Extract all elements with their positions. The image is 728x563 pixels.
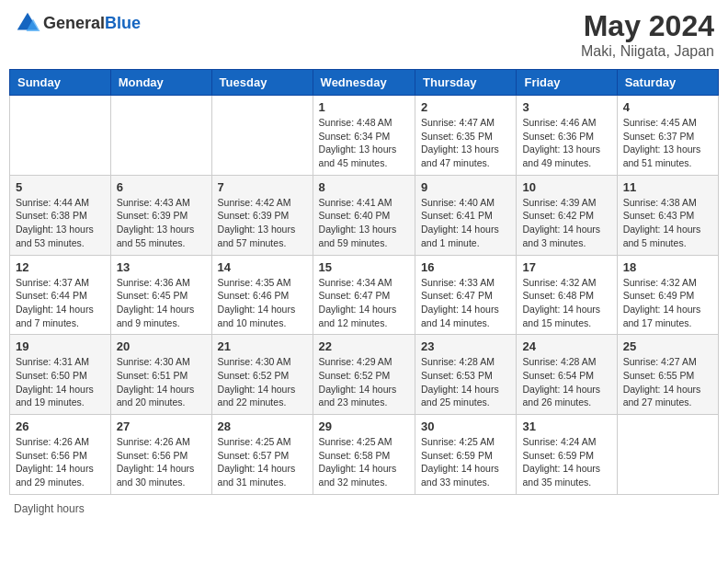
day-info: Sunrise: 4:28 AM Sunset: 6:53 PM Dayligh…	[421, 355, 510, 409]
logo-icon	[14, 9, 41, 37]
calendar-cell: 12Sunrise: 4:37 AM Sunset: 6:44 PM Dayli…	[10, 255, 111, 335]
calendar-cell: 15Sunrise: 4:34 AM Sunset: 6:47 PM Dayli…	[313, 255, 415, 335]
calendar-cell: 28Sunrise: 4:25 AM Sunset: 6:57 PM Dayli…	[211, 415, 313, 495]
day-number: 29	[319, 419, 409, 433]
day-number: 5	[16, 180, 105, 194]
calendar-cell	[10, 96, 111, 176]
day-number: 8	[319, 180, 409, 194]
calendar-cell: 5Sunrise: 4:44 AM Sunset: 6:38 PM Daylig…	[10, 175, 111, 255]
day-number: 12	[16, 260, 105, 274]
calendar-cell: 24Sunrise: 4:28 AM Sunset: 6:54 PM Dayli…	[517, 335, 617, 415]
col-monday: Monday	[110, 70, 211, 96]
day-number: 25	[623, 339, 712, 353]
day-number: 2	[421, 100, 510, 114]
calendar-cell: 17Sunrise: 4:32 AM Sunset: 6:48 PM Dayli…	[517, 255, 617, 335]
logo-blue-text: Blue	[105, 14, 141, 32]
day-info: Sunrise: 4:46 AM Sunset: 6:36 PM Dayligh…	[522, 116, 610, 170]
day-number: 10	[522, 180, 610, 194]
day-info: Sunrise: 4:40 AM Sunset: 6:41 PM Dayligh…	[421, 196, 510, 250]
calendar-cell: 27Sunrise: 4:26 AM Sunset: 6:56 PM Dayli…	[110, 415, 211, 495]
logo: GeneralBlue	[14, 9, 141, 37]
calendar-cell: 13Sunrise: 4:36 AM Sunset: 6:45 PM Dayli…	[110, 255, 211, 335]
day-info: Sunrise: 4:45 AM Sunset: 6:37 PM Dayligh…	[623, 116, 712, 170]
calendar-cell: 11Sunrise: 4:38 AM Sunset: 6:43 PM Dayli…	[617, 175, 718, 255]
calendar-cell: 18Sunrise: 4:32 AM Sunset: 6:49 PM Dayli…	[617, 255, 718, 335]
calendar-cell: 22Sunrise: 4:29 AM Sunset: 6:52 PM Dayli…	[313, 335, 415, 415]
calendar-cell: 8Sunrise: 4:41 AM Sunset: 6:40 PM Daylig…	[313, 175, 415, 255]
calendar-cell: 14Sunrise: 4:35 AM Sunset: 6:46 PM Dayli…	[211, 255, 313, 335]
day-info: Sunrise: 4:31 AM Sunset: 6:50 PM Dayligh…	[16, 355, 105, 409]
col-thursday: Thursday	[415, 70, 517, 96]
footer: Daylight hours	[9, 502, 719, 515]
day-info: Sunrise: 4:26 AM Sunset: 6:56 PM Dayligh…	[16, 435, 105, 489]
col-wednesday: Wednesday	[313, 70, 415, 96]
day-info: Sunrise: 4:30 AM Sunset: 6:52 PM Dayligh…	[218, 355, 307, 409]
day-info: Sunrise: 4:44 AM Sunset: 6:38 PM Dayligh…	[16, 196, 105, 250]
calendar-row-4: 19Sunrise: 4:31 AM Sunset: 6:50 PM Dayli…	[10, 335, 719, 415]
day-number: 26	[16, 419, 105, 433]
calendar-cell: 7Sunrise: 4:42 AM Sunset: 6:39 PM Daylig…	[211, 175, 313, 255]
calendar-cell: 9Sunrise: 4:40 AM Sunset: 6:41 PM Daylig…	[415, 175, 517, 255]
day-info: Sunrise: 4:27 AM Sunset: 6:55 PM Dayligh…	[623, 355, 712, 409]
calendar-cell: 19Sunrise: 4:31 AM Sunset: 6:50 PM Dayli…	[10, 335, 111, 415]
calendar-cell: 16Sunrise: 4:33 AM Sunset: 6:47 PM Dayli…	[415, 255, 517, 335]
page-header: GeneralBlue May 2024 Maki, Niigata, Japa…	[9, 9, 719, 60]
calendar-row-3: 12Sunrise: 4:37 AM Sunset: 6:44 PM Dayli…	[10, 255, 719, 335]
day-number: 30	[421, 419, 510, 433]
calendar-cell	[211, 96, 313, 176]
day-number: 14	[218, 260, 307, 274]
day-info: Sunrise: 4:35 AM Sunset: 6:46 PM Dayligh…	[218, 276, 307, 330]
day-info: Sunrise: 4:24 AM Sunset: 6:59 PM Dayligh…	[522, 435, 610, 489]
daylight-label: Daylight hours	[14, 502, 85, 515]
day-info: Sunrise: 4:48 AM Sunset: 6:34 PM Dayligh…	[319, 116, 409, 170]
day-info: Sunrise: 4:47 AM Sunset: 6:35 PM Dayligh…	[421, 116, 510, 170]
day-number: 11	[623, 180, 712, 194]
calendar-row-1: 1Sunrise: 4:48 AM Sunset: 6:34 PM Daylig…	[10, 96, 719, 176]
calendar-cell: 21Sunrise: 4:30 AM Sunset: 6:52 PM Dayli…	[211, 335, 313, 415]
day-info: Sunrise: 4:33 AM Sunset: 6:47 PM Dayligh…	[421, 276, 510, 330]
day-number: 23	[421, 339, 510, 353]
day-number: 7	[218, 180, 307, 194]
day-info: Sunrise: 4:30 AM Sunset: 6:51 PM Dayligh…	[117, 355, 206, 409]
day-number: 6	[117, 180, 206, 194]
day-number: 27	[117, 419, 206, 433]
calendar-cell: 1Sunrise: 4:48 AM Sunset: 6:34 PM Daylig…	[313, 96, 415, 176]
col-sunday: Sunday	[10, 70, 111, 96]
calendar-header-row: Sunday Monday Tuesday Wednesday Thursday…	[10, 70, 719, 96]
calendar-cell: 30Sunrise: 4:25 AM Sunset: 6:59 PM Dayli…	[415, 415, 517, 495]
calendar-cell: 6Sunrise: 4:43 AM Sunset: 6:39 PM Daylig…	[110, 175, 211, 255]
calendar-cell: 2Sunrise: 4:47 AM Sunset: 6:35 PM Daylig…	[415, 96, 517, 176]
day-number: 1	[319, 100, 409, 114]
calendar-location: Maki, Niigata, Japan	[581, 43, 714, 60]
day-info: Sunrise: 4:32 AM Sunset: 6:48 PM Dayligh…	[522, 276, 610, 330]
day-info: Sunrise: 4:25 AM Sunset: 6:57 PM Dayligh…	[218, 435, 307, 489]
col-friday: Friday	[517, 70, 617, 96]
calendar-row-2: 5Sunrise: 4:44 AM Sunset: 6:38 PM Daylig…	[10, 175, 719, 255]
day-info: Sunrise: 4:34 AM Sunset: 6:47 PM Dayligh…	[319, 276, 409, 330]
col-saturday: Saturday	[617, 70, 718, 96]
day-info: Sunrise: 4:39 AM Sunset: 6:42 PM Dayligh…	[522, 196, 610, 250]
calendar-cell: 4Sunrise: 4:45 AM Sunset: 6:37 PM Daylig…	[617, 96, 718, 176]
day-number: 4	[623, 100, 712, 114]
day-number: 19	[16, 339, 105, 353]
title-block: May 2024 Maki, Niigata, Japan	[581, 9, 714, 60]
calendar-cell: 25Sunrise: 4:27 AM Sunset: 6:55 PM Dayli…	[617, 335, 718, 415]
day-info: Sunrise: 4:32 AM Sunset: 6:49 PM Dayligh…	[623, 276, 712, 330]
day-number: 28	[218, 419, 307, 433]
calendar-cell: 3Sunrise: 4:46 AM Sunset: 6:36 PM Daylig…	[517, 96, 617, 176]
day-info: Sunrise: 4:28 AM Sunset: 6:54 PM Dayligh…	[522, 355, 610, 409]
day-number: 31	[522, 419, 610, 433]
day-info: Sunrise: 4:41 AM Sunset: 6:40 PM Dayligh…	[319, 196, 409, 250]
day-number: 24	[522, 339, 610, 353]
day-info: Sunrise: 4:38 AM Sunset: 6:43 PM Dayligh…	[623, 196, 712, 250]
calendar-cell: 23Sunrise: 4:28 AM Sunset: 6:53 PM Dayli…	[415, 335, 517, 415]
day-info: Sunrise: 4:29 AM Sunset: 6:52 PM Dayligh…	[319, 355, 409, 409]
day-number: 21	[218, 339, 307, 353]
day-info: Sunrise: 4:37 AM Sunset: 6:44 PM Dayligh…	[16, 276, 105, 330]
day-number: 3	[522, 100, 610, 114]
day-info: Sunrise: 4:42 AM Sunset: 6:39 PM Dayligh…	[218, 196, 307, 250]
calendar-title: May 2024	[581, 9, 714, 43]
calendar-cell	[617, 415, 718, 495]
day-info: Sunrise: 4:25 AM Sunset: 6:58 PM Dayligh…	[319, 435, 409, 489]
day-number: 20	[117, 339, 206, 353]
